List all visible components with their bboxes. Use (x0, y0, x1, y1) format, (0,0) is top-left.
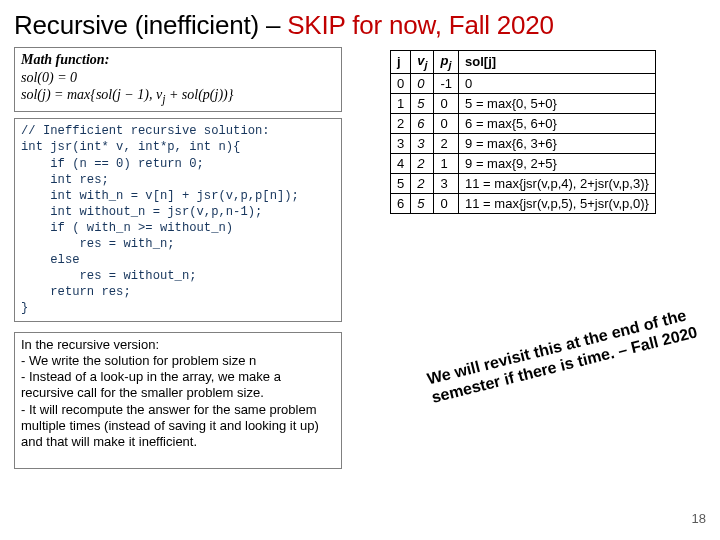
table-header-row: j vj pj sol[j] (391, 51, 656, 74)
table-row: 1 5 0 5 = max{0, 5+0} (391, 93, 656, 113)
code-box: // Inefficient recursive solution: int j… (14, 118, 342, 321)
table-row: 0 0 -1 0 (391, 73, 656, 93)
table-body: 0 0 -1 0 1 5 0 5 = max{0, 5+0} 2 6 0 6 =… (391, 73, 656, 213)
table-row: 5 2 3 11 = max{jsr(v,p,4), 2+jsr(v,p,3)} (391, 173, 656, 193)
page-number: 18 (692, 511, 706, 526)
table-row: 3 3 2 9 = max{6, 3+6} (391, 133, 656, 153)
math-line2: sol(j) = max{sol(j − 1), vj + sol(p(j))} (21, 86, 335, 107)
col-sol: sol[j] (459, 51, 656, 74)
stamp-text: We will revisit this at the end of the s… (425, 302, 706, 407)
explain-box: In the recursive version: - We write the… (14, 332, 342, 470)
math-box: Math function: sol(0) = 0 sol(j) = max{s… (14, 47, 342, 112)
col-vj: vj (411, 51, 434, 74)
title-right: SKIP for now, Fall 2020 (287, 10, 554, 40)
title-left: Recursive (inefficient) – (14, 10, 287, 40)
col-pj: pj (434, 51, 459, 74)
table-row: 4 2 1 9 = max{9, 2+5} (391, 153, 656, 173)
table-row: 6 5 0 11 = max{jsr(v,p,5), 5+jsr(v,p,0)} (391, 193, 656, 213)
col-j: j (391, 51, 411, 74)
slide-title: Recursive (inefficient) – SKIP for now, … (14, 10, 706, 41)
solution-table: j vj pj sol[j] 0 0 -1 0 1 5 0 5 = max{0,… (390, 50, 656, 214)
table-row: 2 6 0 6 = max{5, 6+0} (391, 113, 656, 133)
math-line1: sol(0) = 0 (21, 69, 335, 87)
math-label: Math function: (21, 52, 109, 67)
